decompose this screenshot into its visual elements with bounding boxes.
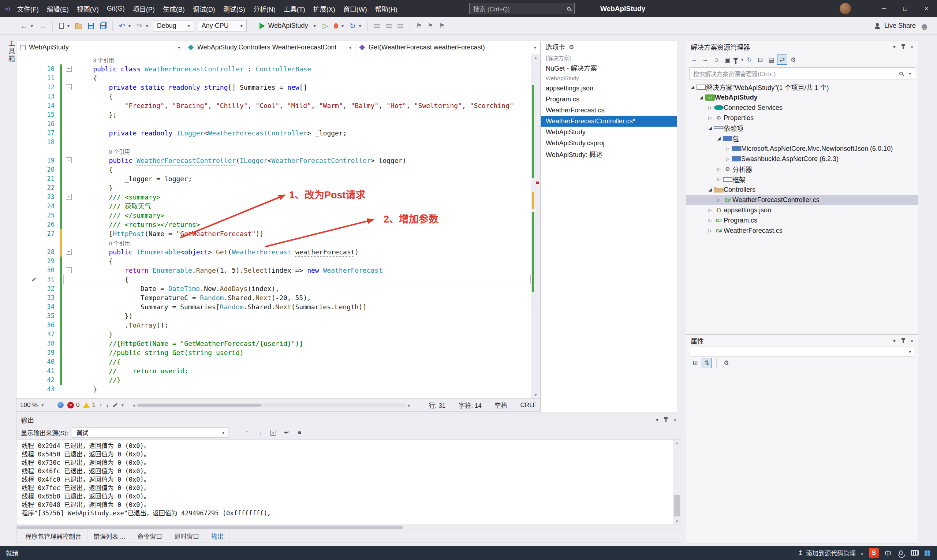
- forward-icon[interactable]: →: [700, 55, 711, 65]
- code-line[interactable]: 0 个引用: [17, 147, 531, 156]
- breakpoint-margin[interactable]: [17, 65, 38, 74]
- tool-window-tab[interactable]: 输出: [205, 530, 230, 542]
- tree-item[interactable]: ▷C#Program.cs: [686, 215, 918, 225]
- code-line[interactable]: 35}): [17, 311, 531, 321]
- code-line[interactable]: 12−private static readonly string[] Summ…: [17, 83, 531, 92]
- collapse-region-icon[interactable]: −: [66, 249, 72, 255]
- output-vertical-scrollbar[interactable]: ▴ ▾: [673, 440, 681, 525]
- pin-icon[interactable]: [901, 338, 905, 343]
- code-line[interactable]: 3 个引用: [17, 55, 531, 65]
- code-line[interactable]: 11{: [17, 74, 531, 83]
- next-bookmark-button[interactable]: ⚑: [436, 19, 447, 32]
- collapse-region-icon[interactable]: −: [66, 66, 72, 72]
- error-count-badge[interactable]: ×0: [67, 402, 79, 409]
- breakpoint-margin[interactable]: [17, 55, 38, 65]
- breakpoint-margin[interactable]: [17, 330, 38, 339]
- collapse-all-icon[interactable]: ⊟: [755, 55, 765, 65]
- breakpoint-margin[interactable]: [17, 284, 38, 293]
- breakpoint-margin[interactable]: [17, 366, 38, 375]
- sogou-ime-icon[interactable]: S: [869, 548, 879, 558]
- menu-item[interactable]: 项目(P): [129, 0, 159, 17]
- breakpoint-margin[interactable]: [17, 156, 38, 165]
- output-content[interactable]: 线程 0x29d4 已退出，返回值为 0 (0x0)。线程 0x5450 已退出…: [17, 440, 681, 525]
- code-line[interactable]: 43}: [17, 385, 531, 394]
- tree-item[interactable]: ▷Connected Services: [686, 103, 918, 113]
- tree-item[interactable]: ▷{}appsettings.json: [686, 205, 918, 215]
- tree-item[interactable]: ◢依赖项: [686, 123, 918, 133]
- quick-search-box[interactable]: 搜索 (Ctrl+Q): [469, 3, 575, 14]
- breakpoint-margin[interactable]: [17, 348, 38, 357]
- code-line[interactable]: 31{: [17, 275, 531, 284]
- menu-item[interactable]: Git(G): [103, 0, 129, 17]
- breakpoint-margin[interactable]: [17, 302, 38, 311]
- breakpoint-margin[interactable]: [17, 119, 38, 128]
- scrollbar-thumb[interactable]: [137, 404, 262, 407]
- collapse-region-icon[interactable]: −: [66, 267, 72, 273]
- scroll-down-icon[interactable]: ▾: [531, 392, 540, 397]
- breakpoint-margin[interactable]: [17, 311, 38, 321]
- menu-item[interactable]: 编辑(E): [43, 0, 73, 17]
- previous-issue-button[interactable]: ↑: [99, 402, 102, 408]
- breakpoint-margin[interactable]: [17, 229, 38, 238]
- breakpoint-margin[interactable]: [17, 339, 38, 348]
- decrease-indent-button[interactable]: [371, 19, 383, 32]
- code-line[interactable]: 27[HttpPost(Name = "GetWeatherForecast")…: [17, 229, 531, 238]
- collapse-region-icon[interactable]: −: [66, 157, 72, 163]
- expand-icon[interactable]: ▷: [706, 228, 714, 233]
- goto-next-message-icon[interactable]: ↓: [255, 428, 265, 437]
- pin-icon[interactable]: [663, 417, 668, 422]
- open-document-item[interactable]: WebApiStudy: 概述: [541, 149, 677, 160]
- start-debugging-button[interactable]: WebApiStudy▾: [256, 19, 320, 32]
- code-area[interactable]: 3 个引用10−public class WeatherForecastCont…: [17, 54, 531, 398]
- code-line[interactable]: 40//{: [17, 357, 531, 366]
- ime-language-mode[interactable]: 中: [885, 548, 891, 558]
- line-ending-indicator[interactable]: CRLF: [520, 402, 537, 409]
- code-line[interactable]: 24/// 获取天气: [17, 202, 531, 211]
- properties-gear-icon[interactable]: ⚙: [788, 55, 798, 65]
- code-cleanup-button[interactable]: ▾: [112, 403, 124, 408]
- zoom-select[interactable]: 100 %▾: [20, 402, 54, 409]
- output-horizontal-scrollbar[interactable]: [17, 525, 681, 529]
- menu-item[interactable]: 扩展(X): [309, 0, 339, 17]
- breakpoint-margin[interactable]: [17, 92, 38, 101]
- collapse-icon[interactable]: ◢: [715, 136, 723, 141]
- scrollbar-thumb[interactable]: [674, 495, 680, 517]
- project-dropdown[interactable]: WebApiStudy ▾: [17, 41, 184, 54]
- scroll-up-icon[interactable]: ▴: [531, 55, 540, 60]
- editor-vertical-scrollbar[interactable]: ▴ ▾: [531, 54, 540, 398]
- breakpoint-margin[interactable]: [17, 128, 38, 138]
- breakpoint-margin[interactable]: [17, 275, 38, 284]
- open-document-item[interactable]: Program.cs: [541, 94, 677, 105]
- tree-item[interactable]: ▷Swashbuckle.AspNetCore (6.2.3): [686, 154, 918, 164]
- code-line[interactable]: 36.ToArray();: [17, 321, 531, 330]
- breakpoint-margin[interactable]: [17, 110, 38, 119]
- breakpoint-margin[interactable]: [17, 385, 38, 394]
- collapse-icon[interactable]: ◢: [697, 95, 705, 100]
- breakpoint-margin[interactable]: [17, 357, 38, 366]
- code-line[interactable]: 18: [17, 138, 531, 147]
- breakpoint-margin[interactable]: [17, 147, 38, 156]
- filter-icon[interactable]: ▾: [733, 55, 743, 65]
- hot-reload-button[interactable]: ▾: [331, 19, 346, 32]
- collapse-icon[interactable]: ◢: [706, 126, 714, 131]
- expand-icon[interactable]: ▷: [724, 146, 732, 151]
- breakpoint-margin[interactable]: [17, 248, 38, 257]
- code-line[interactable]: 33TemperatureC = Random.Shared.Next(-20,…: [17, 293, 531, 302]
- feedback-button[interactable]: [919, 19, 930, 32]
- code-line[interactable]: 26/// <returns></returns>: [17, 220, 531, 229]
- back-icon[interactable]: ←: [689, 55, 700, 65]
- expand-icon[interactable]: ▷: [715, 166, 723, 172]
- undo-button[interactable]: ↶▾: [116, 19, 133, 32]
- open-file-button[interactable]: [73, 19, 85, 32]
- breakpoint-margin[interactable]: [17, 293, 38, 302]
- menu-item[interactable]: 帮助(H): [371, 0, 402, 17]
- breakpoint-margin[interactable]: [17, 83, 38, 92]
- code-line[interactable]: 25/// </summary>: [17, 211, 531, 220]
- codelens-reference-count[interactable]: 0 个引用: [109, 149, 130, 155]
- code-line[interactable]: 37}: [17, 330, 531, 339]
- expand-icon[interactable]: ▷: [715, 197, 723, 202]
- tree-item[interactable]: ▷C#WeatherForecast.cs: [686, 225, 918, 236]
- code-line[interactable]: 30−return Enumerable.Range(1, 5).Select(…: [17, 266, 531, 275]
- scroll-left-icon[interactable]: ◂: [132, 402, 135, 408]
- breakpoint-margin[interactable]: [17, 174, 38, 183]
